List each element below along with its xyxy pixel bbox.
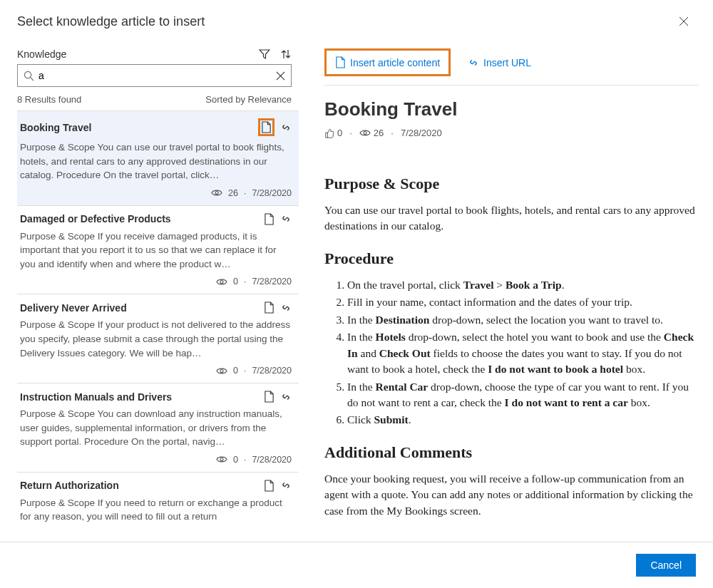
document-icon (264, 213, 275, 225)
eye-icon (216, 278, 227, 286)
insert-content-button[interactable]: Insert article content (331, 53, 444, 71)
result-title: Instruction Manuals and Drivers (20, 391, 172, 403)
result-excerpt: Purpose & Scope You can use our travel p… (20, 140, 292, 182)
result-excerpt: Purpose & Scope If you receive damaged p… (20, 229, 292, 272)
result-views: 0 (233, 366, 238, 376)
search-field[interactable] (17, 64, 292, 87)
insert-content-icon-button[interactable] (264, 480, 275, 492)
svg-point-3 (220, 369, 223, 372)
eye-icon (359, 129, 371, 137)
link-icon (468, 57, 479, 68)
eye-icon (216, 455, 227, 463)
document-icon (264, 480, 275, 492)
insert-content-icon-button[interactable] (261, 121, 272, 133)
result-date: 7/28/2020 (252, 366, 292, 376)
insert-content-icon-button[interactable] (264, 301, 275, 314)
result-views: 0 (233, 277, 238, 287)
clear-icon (276, 71, 285, 81)
link-icon (280, 213, 292, 225)
insert-url-icon-button[interactable] (280, 301, 292, 314)
close-icon (679, 16, 689, 26)
knowledge-panel: Knowledge 8 Results found Sorted by Rele… (17, 48, 299, 529)
insert-url-icon-button[interactable] (280, 213, 292, 225)
link-icon (280, 302, 292, 314)
link-icon (280, 122, 292, 133)
svg-point-2 (220, 280, 223, 283)
result-date: 7/28/2020 (252, 188, 292, 198)
result-date: 7/28/2020 (252, 277, 292, 287)
link-icon (280, 391, 292, 403)
insert-content-icon-button[interactable] (264, 213, 275, 225)
result-item[interactable]: Booking TravelPurpose & Scope You can us… (17, 111, 299, 206)
svg-point-0 (24, 71, 31, 78)
insert-url-label: Insert URL (483, 57, 531, 68)
filter-button[interactable] (259, 48, 270, 60)
filter-icon (259, 48, 270, 60)
result-excerpt: Purpose & Scope You can download any ins… (20, 407, 292, 449)
result-title: Return Authorization (20, 480, 119, 491)
svg-point-4 (220, 458, 223, 461)
article-body: Purpose & ScopeYou can use our travel po… (324, 160, 699, 525)
document-icon (335, 56, 346, 68)
thumbs-up-icon (324, 128, 334, 138)
article-preview-panel: Insert article content Insert URL Bookin… (299, 48, 713, 529)
result-views: 0 (233, 455, 238, 465)
search-icon (24, 71, 34, 81)
svg-point-1 (215, 192, 218, 195)
result-item[interactable]: Instruction Manuals and DriversPurpose &… (17, 383, 299, 473)
result-title: Booking Travel (20, 122, 91, 133)
sorted-by: Sorted by Relevance (205, 94, 292, 105)
clear-search-button[interactable] (276, 71, 285, 81)
insert-content-icon-button[interactable] (264, 391, 275, 403)
eye-icon (211, 189, 222, 197)
result-excerpt: Purpose & Scope If your product is not d… (20, 318, 292, 360)
document-icon (264, 301, 275, 314)
result-views: 26 (228, 188, 238, 198)
svg-point-6 (364, 132, 366, 135)
result-excerpt: Purpose & Scope If you need to return or… (20, 496, 292, 524)
result-title: Damaged or Defective Products (20, 213, 171, 225)
result-item[interactable]: Return AuthorizationPurpose & Scope If y… (17, 473, 299, 529)
result-item[interactable]: Delivery Never ArrivedPurpose & Scope If… (17, 294, 299, 383)
eye-icon (216, 367, 227, 375)
results-list[interactable]: Booking TravelPurpose & Scope You can us… (17, 110, 299, 529)
insert-url-icon-button[interactable] (280, 118, 292, 136)
cancel-button[interactable]: Cancel (636, 554, 696, 577)
dialog-title: Select knowledge article to insert (17, 14, 205, 29)
sort-button[interactable] (280, 48, 292, 60)
insert-url-button[interactable]: Insert URL (463, 54, 535, 71)
result-item[interactable]: Damaged or Defective ProductsPurpose & S… (17, 206, 299, 295)
article-likes: 0 (324, 128, 342, 138)
insert-url-icon-button[interactable] (280, 480, 292, 492)
document-icon (264, 391, 275, 403)
insert-content-label: Insert article content (350, 57, 440, 68)
panel-title: Knowledge (17, 48, 66, 60)
search-input[interactable] (34, 70, 276, 81)
result-date: 7/28/2020 (252, 455, 292, 465)
article-title: Booking Travel (324, 98, 699, 120)
sort-icon (280, 48, 292, 60)
link-icon (280, 480, 292, 491)
document-icon (261, 121, 272, 133)
close-button[interactable] (679, 13, 696, 30)
article-date: 7/28/2020 (401, 128, 442, 138)
result-title: Delivery Never Arrived (20, 302, 127, 314)
article-views: 26 (359, 128, 384, 138)
results-count: 8 Results found (17, 94, 81, 105)
insert-url-icon-button[interactable] (280, 391, 292, 403)
